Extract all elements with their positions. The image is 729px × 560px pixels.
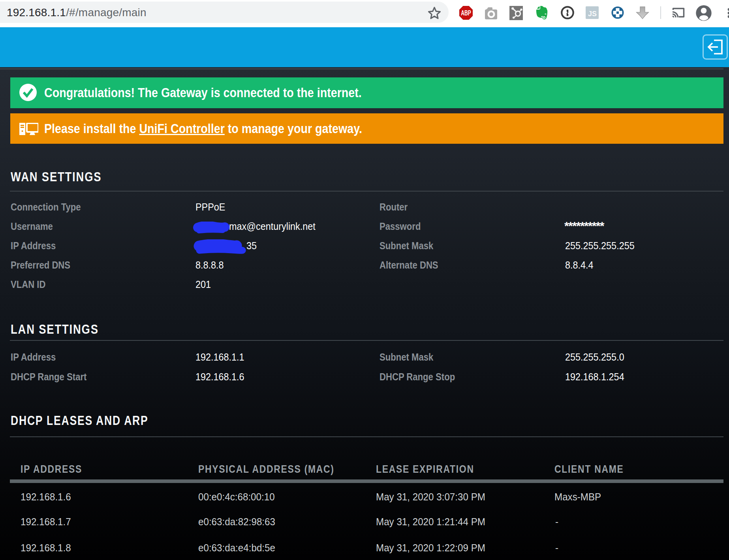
svg-text:ABP: ABP	[461, 9, 471, 17]
svg-text:JS: JS	[588, 10, 597, 18]
